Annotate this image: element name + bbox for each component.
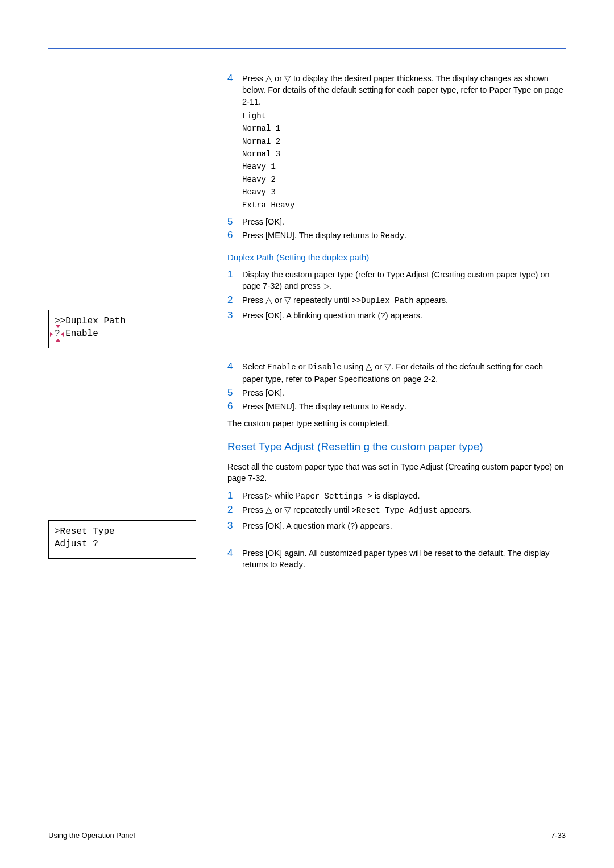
text: Select — [242, 362, 267, 371]
step-text: Press [OK]. A question mark (?) appears. — [242, 520, 392, 533]
text: appears. — [414, 296, 448, 305]
step-number: 3 — [227, 310, 242, 322]
step-text: Press [OK]. — [242, 216, 284, 227]
code: Disable — [308, 363, 342, 372]
triangle-up-icon — [265, 296, 272, 305]
top-divider — [48, 48, 566, 49]
lcd-display-duplex: >>Duplex Path ? Enable — [48, 310, 196, 348]
duplex-step-1: 1 Display the custom paper type (refer t… — [227, 269, 566, 292]
step-5a: 5 Press [OK]. — [227, 216, 566, 227]
row-after-lcd1: 4 Select Enable or Disable using or . Fo… — [48, 361, 566, 519]
row-lcd1: >>Duplex Path ? Enable 3 Press [OK]. A b… — [48, 310, 566, 348]
text: Press [MENU]. The display returns to — [242, 402, 380, 411]
code: ? — [350, 522, 355, 531]
row-step4a: 4 Press or to display the desired paper … — [48, 73, 566, 309]
blink-indicator-icon — [56, 339, 60, 342]
text: is displayed. — [372, 491, 420, 500]
lcd-display-reset: >Reset Type Adjust ? — [48, 520, 196, 559]
reset-step-1: 1 Press while Paper Settings > is displa… — [227, 490, 566, 502]
text: ) appears. — [385, 311, 422, 320]
step-text: Press while Paper Settings > is displaye… — [242, 490, 420, 502]
lcd-line1: >Reset Type — [55, 525, 190, 538]
text: Press [MENU]. The display returns to — [242, 231, 380, 240]
step-number: 5 — [227, 216, 242, 227]
reset-step-2: 2 Press or repeatedly until >Reset Type … — [227, 504, 566, 517]
step-number: 6 — [227, 401, 242, 413]
triangle-down-icon — [284, 296, 291, 305]
triangle-down-icon — [384, 362, 391, 371]
page-container: 4 Press or to display the desired paper … — [0, 0, 614, 573]
reset-step-4: 4 Press [OK] again. All customized paper… — [227, 547, 566, 571]
text: Press — [242, 505, 265, 514]
text: or — [372, 362, 384, 371]
text: . — [303, 560, 305, 569]
text: . — [404, 231, 406, 240]
option: Heavy 3 — [242, 186, 566, 198]
step-number: 6 — [227, 230, 242, 242]
duplex-step-2: 2 Press or repeatedly until >>Duplex Pat… — [227, 294, 566, 307]
step-text: Display the custom paper type (refer to … — [242, 269, 566, 292]
step-number: 1 — [227, 490, 242, 502]
text: . — [404, 402, 406, 411]
reset-type-heading: Reset Type Adjust (Resettin g the custom… — [227, 441, 566, 453]
text: repeatedly until — [291, 296, 351, 305]
text: or — [296, 362, 308, 371]
text: or — [272, 505, 284, 514]
lcd-line2: Adjust ? — [55, 538, 190, 550]
text: appears. — [438, 505, 472, 514]
code: Paper Settings > — [296, 492, 372, 501]
step-text: Press or repeatedly until >Reset Type Ad… — [242, 504, 472, 517]
step-number: 4 — [227, 73, 242, 107]
text: or — [272, 74, 284, 83]
text: Press — [242, 491, 265, 500]
footer-title: Using the Operation Panel — [48, 831, 135, 840]
text: Press [OK]. A question mark ( — [242, 521, 350, 530]
triangle-down-icon — [284, 74, 291, 83]
text: . — [330, 281, 332, 290]
text: Display the custom paper type (refer to … — [242, 270, 550, 290]
reset-intro: Reset all the custom paper type that was… — [227, 461, 566, 484]
code: Ready — [279, 560, 303, 570]
blink-indicator-icon — [56, 325, 60, 328]
lcd-line2: ? Enable — [55, 327, 190, 340]
code: >>Duplex Path — [351, 296, 413, 305]
triangle-right-icon — [323, 281, 330, 290]
blink-indicator-icon — [61, 332, 64, 337]
text: repeatedly until — [291, 505, 351, 514]
code: Ready — [380, 402, 404, 412]
option: Normal 3 — [242, 148, 566, 160]
text: ) appears. — [355, 521, 392, 530]
triangle-right-icon — [265, 491, 272, 500]
thickness-options-list: Light Normal 1 Normal 2 Normal 3 Heavy 1… — [227, 110, 566, 211]
triangle-up-icon — [265, 74, 272, 83]
option: Normal 1 — [242, 122, 566, 135]
footer-page-number: 7-33 — [551, 831, 566, 840]
reset-step-3: 3 Press [OK]. A question mark (?) appear… — [227, 520, 566, 533]
code: Enable — [267, 363, 296, 372]
text: Press [OK]. A blinking question mark ( — [242, 311, 380, 320]
option: Normal 2 — [242, 135, 566, 148]
step-number: 3 — [227, 520, 242, 533]
code: Ready — [380, 231, 404, 240]
option: Heavy 2 — [242, 173, 566, 186]
duplex-step-5: 5 Press [OK]. — [227, 387, 566, 398]
step-number: 2 — [227, 294, 242, 307]
step-text: Press [OK]. A blinking question mark (?)… — [242, 310, 422, 322]
triangle-down-icon — [284, 505, 291, 514]
step-number: 2 — [227, 504, 242, 517]
step-text: Press [OK] again. All customized paper t… — [242, 547, 566, 571]
step-number: 5 — [227, 387, 242, 398]
text: using — [342, 362, 366, 371]
duplex-step-4: 4 Select Enable or Disable using or . Fo… — [227, 361, 566, 385]
step-text: Press [MENU]. The display returns to Rea… — [242, 230, 406, 242]
code: >Reset Type Adjust — [351, 506, 437, 515]
step-text: Press or repeatedly until >>Duplex Path … — [242, 294, 448, 307]
duplex-complete-text: The custom paper type setting is complet… — [227, 418, 566, 429]
blink-indicator-icon — [50, 332, 53, 337]
step-text: Select Enable or Disable using or . For … — [242, 361, 566, 385]
duplex-step-3: 3 Press [OK]. A blinking question mark (… — [227, 310, 566, 322]
step-text: Press [OK]. — [242, 387, 284, 398]
triangle-up-icon — [265, 505, 272, 514]
duplex-step-6: 6 Press [MENU]. The display returns to R… — [227, 401, 566, 413]
lcd-line1: >>Duplex Path — [55, 315, 190, 327]
